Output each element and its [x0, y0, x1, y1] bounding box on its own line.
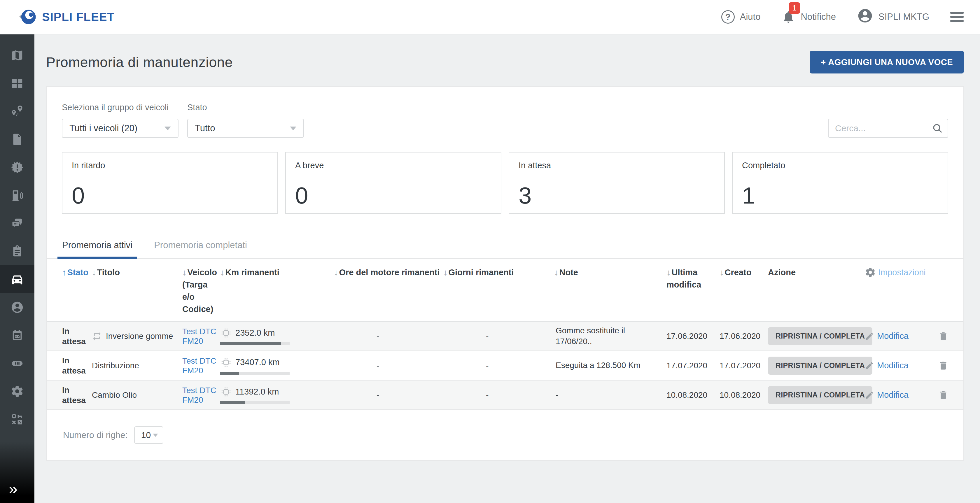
- add-entry-button[interactable]: + AGGIUNGI UNA NUOVA VOCE: [810, 51, 964, 73]
- table-settings-button[interactable]: Impostazioni: [865, 266, 963, 279]
- rows-per-page-select[interactable]: 10: [134, 426, 163, 444]
- stat-label: In attesa: [519, 161, 724, 170]
- stat-label: A breve: [295, 161, 501, 170]
- row-vehicle-link[interactable]: Test DTC FM20: [182, 356, 220, 375]
- sidebar-item-garage[interactable]: [0, 322, 34, 349]
- brand-logo[interactable]: SIPLI FLEET: [18, 8, 115, 26]
- sidebar-item-alerts[interactable]: [0, 153, 34, 181]
- edit-button[interactable]: Modifica: [865, 331, 923, 341]
- sidebar-item-integrations[interactable]: [0, 405, 34, 433]
- edit-button[interactable]: Modifica: [865, 361, 923, 370]
- alert-icon: [11, 161, 24, 174]
- rows-per-page-value: 10: [141, 430, 151, 440]
- pencil-icon: [865, 361, 874, 370]
- repeat-icon: [92, 331, 102, 341]
- delete-button[interactable]: [923, 390, 963, 400]
- sidebar-item-routes[interactable]: [0, 97, 34, 126]
- search-input[interactable]: [828, 119, 948, 138]
- row-days-remaining: -: [443, 331, 554, 341]
- delete-button[interactable]: [923, 360, 963, 371]
- settings-label: Impostazioni: [878, 266, 926, 279]
- stat-card-soon: A breve 0: [285, 152, 501, 214]
- stat-value: 0: [72, 184, 85, 207]
- sort-desc-icon: ↓: [554, 268, 558, 277]
- column-header-note[interactable]: ↓Note: [554, 266, 667, 279]
- chat-icon: [11, 216, 24, 230]
- row-last-modified: 10.08.2020: [667, 390, 719, 400]
- reminder-tabs: Promemoria attivi Promemoria completati: [47, 240, 963, 259]
- column-header-veicolo[interactable]: ↓Veicolo (Targa e/o Codice): [182, 266, 220, 315]
- column-header-azione: Azione: [768, 266, 865, 279]
- row-created: 17.06.2020: [719, 331, 768, 341]
- column-header-stato[interactable]: ↑Stato: [47, 266, 92, 279]
- row-note: -: [554, 390, 667, 400]
- stat-value: 3: [519, 184, 532, 207]
- sidebar-item-devices[interactable]: [0, 349, 34, 377]
- sidebar-item-drivers[interactable]: [0, 293, 34, 322]
- restore-complete-button[interactable]: RIPRISTINA / COMPLETA: [768, 357, 872, 375]
- table-row: In attesa Inversione gomme Test DTC FM20…: [47, 322, 963, 351]
- row-title: Cambio Olio: [92, 390, 182, 400]
- bell-icon: 1: [781, 10, 795, 24]
- device-icon: [11, 357, 24, 370]
- sidebar-item-messages[interactable]: [0, 209, 34, 237]
- page-title: Promemoria di manutenzione: [46, 54, 233, 70]
- sidebar-item-settings[interactable]: [0, 377, 34, 405]
- clipboard-icon: [11, 245, 24, 258]
- menu-icon[interactable]: [950, 12, 964, 22]
- expand-sidebar-icon: »: [9, 481, 16, 497]
- row-vehicle-link[interactable]: Test DTC FM20: [182, 385, 220, 405]
- stat-label: Completato: [742, 161, 948, 170]
- trash-icon: [938, 331, 948, 341]
- km-value: 73407.0 km: [235, 358, 280, 367]
- restore-complete-button[interactable]: RIPRISTINA / COMPLETA: [768, 327, 872, 345]
- km-progress-bar: [220, 342, 290, 345]
- row-title: Inversione gomme: [92, 331, 182, 341]
- user-label: SIPLI MKTG: [878, 12, 929, 22]
- sidebar-item-map[interactable]: [0, 41, 34, 69]
- column-header-km[interactable]: ↓Km rimanenti: [220, 266, 334, 279]
- sidebar-item-vehicles[interactable]: [0, 265, 34, 293]
- column-header-creato[interactable]: ↓Creato: [719, 266, 768, 279]
- sort-desc-icon: ↓: [667, 268, 671, 277]
- search-icon: [932, 123, 943, 134]
- content-card: Seleziona il gruppo di veicoli Tutti i v…: [46, 86, 964, 461]
- km-value: 2352.0 km: [235, 328, 275, 337]
- sidebar-item-tasks[interactable]: [0, 237, 34, 265]
- delete-button[interactable]: [923, 331, 963, 341]
- column-header-ore[interactable]: ↓Ore del motore rimanenti: [334, 266, 443, 279]
- row-vehicle-link[interactable]: Test DTC FM20: [182, 326, 220, 346]
- tab-completed-reminders[interactable]: Promemoria completati: [154, 240, 247, 258]
- route-icon: [11, 105, 24, 118]
- column-header-giorni[interactable]: ↓Giorni rimanenti: [443, 266, 554, 279]
- sort-desc-icon: ↓: [443, 268, 448, 277]
- edit-button[interactable]: Modifica: [865, 390, 923, 400]
- status-select[interactable]: Tutto: [187, 119, 304, 138]
- notifications-button[interactable]: 1 Notifiche: [781, 10, 836, 24]
- help-button[interactable]: ? Aiuto: [721, 10, 760, 24]
- stat-value: 0: [295, 184, 308, 207]
- stat-value: 1: [742, 184, 755, 207]
- sidebar-item-dashboard[interactable]: [0, 69, 34, 97]
- sidebar-nav: [0, 34, 34, 433]
- row-status: In attesa: [47, 326, 92, 346]
- sort-desc-icon: ↓: [719, 268, 724, 277]
- row-engine-hours: -: [334, 390, 443, 400]
- vehicle-group-select[interactable]: Tutti i veicoli (20): [62, 119, 178, 138]
- row-title: Distribuzione: [92, 361, 182, 370]
- row-engine-hours: -: [334, 361, 443, 370]
- expand-sidebar-button[interactable]: »: [0, 442, 34, 503]
- odometer-icon: [220, 327, 232, 339]
- user-menu[interactable]: SIPLI MKTG: [857, 8, 929, 26]
- sidebar-item-fuel[interactable]: [0, 181, 34, 209]
- column-header-ultima-modifica[interactable]: ↓Ultima modifica: [667, 266, 719, 291]
- tab-active-reminders[interactable]: Promemoria attivi: [62, 240, 132, 258]
- car-icon: [11, 273, 24, 286]
- row-note: Gomme sostituite il 17/06/20..: [554, 325, 667, 347]
- stat-label: In ritardo: [72, 161, 277, 170]
- row-created: 17.07.2020: [719, 361, 768, 370]
- sidebar-item-documents[interactable]: [0, 126, 34, 153]
- odometer-icon: [220, 386, 232, 398]
- restore-complete-button[interactable]: RIPRISTINA / COMPLETA: [768, 386, 872, 404]
- column-header-titolo[interactable]: ↓Titolo: [92, 266, 182, 279]
